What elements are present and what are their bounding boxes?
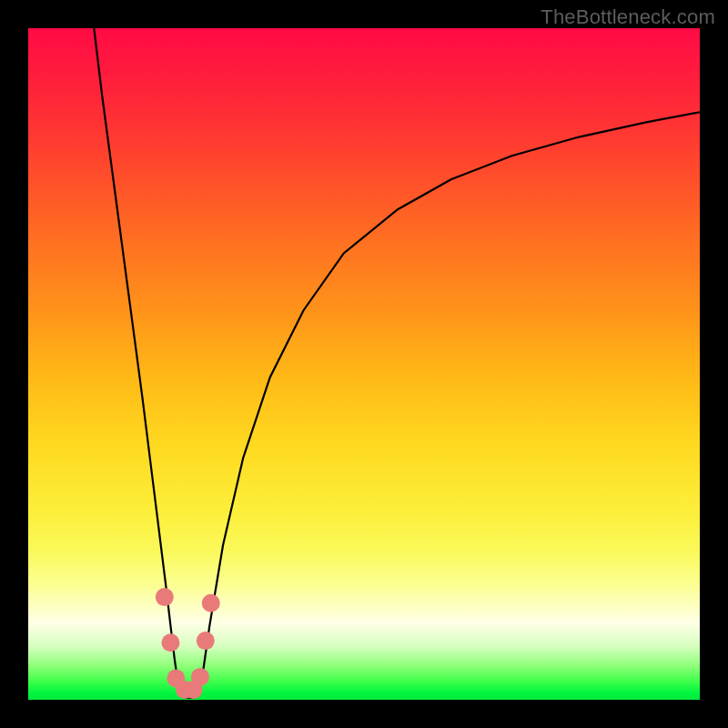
chart-frame: TheBottleneck.com	[0, 0, 728, 728]
marker-group	[156, 588, 220, 699]
marker-m7	[197, 632, 215, 650]
marker-m1	[156, 588, 174, 606]
marker-m6	[191, 668, 209, 686]
marker-m8	[202, 594, 220, 612]
watermark-text: TheBottleneck.com	[541, 5, 715, 29]
plot-area	[28, 28, 700, 700]
marker-m2	[161, 633, 179, 652]
curve-right-branch	[198, 112, 700, 695]
chart-svg	[28, 28, 700, 700]
